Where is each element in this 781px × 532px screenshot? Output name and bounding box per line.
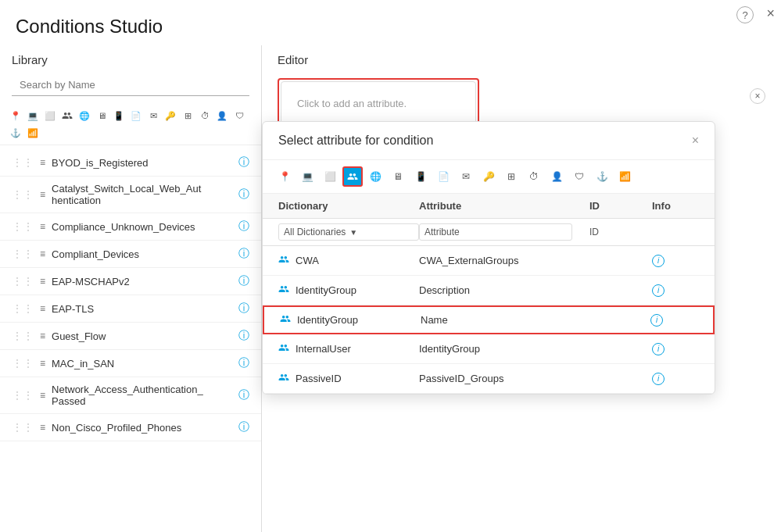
row-attribute: Name [421, 314, 588, 326]
square-filter-btn[interactable]: ⬜ [42, 108, 58, 123]
window-close-btn[interactable]: × [766, 6, 775, 20]
row-info-icon[interactable]: i [652, 255, 665, 267]
modal-desktop-btn[interactable]: 🖥 [388, 166, 408, 187]
item-type-icon: ≡ [40, 330, 45, 341]
dict-group-icon [278, 372, 289, 385]
item-type-icon: ≡ [40, 390, 45, 401]
list-item[interactable]: ⋮⋮ ≡ Compliance_Unknown_Devices ⓘ [0, 213, 261, 241]
info-icon[interactable]: ⓘ [238, 302, 249, 316]
info-icon[interactable]: ⓘ [238, 155, 249, 170]
modal-globe-btn[interactable]: 🌐 [365, 166, 385, 187]
tablet-filter-btn[interactable]: 📱 [111, 108, 127, 123]
modal-key-btn[interactable]: 🔑 [478, 166, 499, 187]
add-attribute-area[interactable]: Click to add an attribute. [281, 81, 476, 126]
row-attribute: CWA_ExternalGroups [419, 255, 589, 266]
grid-filter-btn[interactable]: ⊞ [180, 108, 195, 123]
item-label: Compliance_Unknown_Devices [52, 221, 232, 233]
search-input[interactable] [12, 74, 249, 96]
globe-filter-btn[interactable]: 🌐 [77, 108, 92, 123]
key-filter-btn[interactable]: 🔑 [163, 108, 178, 123]
doc-filter-btn[interactable]: 📄 [128, 108, 144, 123]
pin-filter-btn[interactable]: 📍 [8, 108, 23, 123]
row-info-icon[interactable]: i [652, 284, 665, 297]
info-icon[interactable]: ⓘ [238, 388, 249, 402]
desktop-filter-btn[interactable]: 🖥 [94, 108, 109, 123]
list-item[interactable]: ⋮⋮ ≡ EAP-MSCHAPv2 ⓘ [0, 268, 261, 295]
row-dict-name: CWA [296, 255, 319, 266]
modal-anchor-btn[interactable]: ⚓ [592, 166, 612, 187]
filter-all-dict-label: All Dictionaries [284, 227, 346, 237]
info-icon[interactable]: ⓘ [238, 247, 249, 261]
modal-shield-btn[interactable]: 🛡 [569, 166, 589, 187]
table-row-selected[interactable]: IdentityGroup Name i [263, 305, 715, 334]
modal-pin-btn[interactable]: 📍 [274, 166, 295, 187]
modal-icon-toolbar: 📍 💻 ⬜ 🌐 🖥 📱 📄 ✉ 🔑 ⊞ ⏱ 👤 🛡 ⚓ 📶 [263, 160, 715, 194]
row-info-icon[interactable]: i [652, 373, 665, 385]
drag-handle: ⋮⋮ [12, 330, 34, 342]
table-row[interactable]: IdentityGroup Description i [263, 276, 715, 305]
info-icon[interactable]: ⓘ [238, 187, 249, 202]
editor-close-btn[interactable]: × [750, 88, 765, 104]
user-filter-btn[interactable]: 👤 [214, 108, 230, 123]
info-icon[interactable]: ⓘ [238, 329, 249, 343]
dict-group-icon [280, 313, 291, 327]
drag-handle: ⋮⋮ [12, 275, 34, 287]
modal-header: Select attribute for condition × [263, 122, 715, 160]
shield-filter-btn[interactable]: 🛡 [231, 108, 247, 123]
drag-handle: ⋮⋮ [12, 389, 34, 402]
table-row[interactable]: InternalUser IdentityGroup i [263, 334, 715, 364]
table-header: Dictionary Attribute ID Info [263, 194, 715, 219]
select-attribute-modal: Select attribute for condition × 📍 💻 ⬜ 🌐… [262, 121, 715, 395]
item-label: Guest_Flow [52, 330, 232, 342]
info-icon[interactable]: ⓘ [238, 220, 249, 234]
list-item[interactable]: ⋮⋮ ≡ BYOD_is_Registered ⓘ [0, 149, 261, 177]
list-item[interactable]: ⋮⋮ ≡ MAC_in_SAN ⓘ [0, 350, 261, 377]
list-item[interactable]: ⋮⋮ ≡ Network_Access_Authentication_Passe… [0, 377, 261, 414]
modal-clock-btn[interactable]: ⏱ [524, 166, 544, 187]
table-row[interactable]: CWA CWA_ExternalGroups i [263, 246, 715, 276]
list-item[interactable]: ⋮⋮ ≡ Non_Cisco_Profiled_Phones ⓘ [0, 414, 261, 441]
info-icon[interactable]: ⓘ [238, 274, 249, 288]
drag-handle: ⋮⋮ [12, 220, 34, 233]
modal-laptop-btn[interactable]: 💻 [297, 166, 317, 187]
item-type-icon: ≡ [40, 276, 45, 287]
group-filter-btn[interactable] [59, 108, 75, 123]
close-icon: × [754, 91, 760, 102]
dict-group-icon [278, 254, 289, 267]
wifi-filter-btn[interactable]: 📶 [25, 125, 41, 141]
attribute-table: Dictionary Attribute ID Info All Diction… [263, 194, 715, 394]
item-label: Non_Cisco_Profiled_Phones [52, 422, 232, 434]
modal-close-btn[interactable]: × [692, 134, 699, 148]
library-icon-toolbar: 📍 💻 ⬜ 🌐 🖥 📱 📄 ✉ 🔑 ⊞ ⏱ 👤 🛡 ⚓ 📶 [0, 104, 261, 145]
info-icon[interactable]: ⓘ [238, 420, 249, 434]
modal-user-btn[interactable]: 👤 [546, 166, 567, 187]
list-item[interactable]: ⋮⋮ ≡ Catalyst_Switch_Local_Web_Authentic… [0, 177, 261, 213]
info-icon[interactable]: ⓘ [238, 356, 249, 370]
item-label: Compliant_Devices [52, 248, 232, 260]
modal-group-btn[interactable] [342, 166, 363, 187]
item-type-icon: ≡ [40, 422, 45, 433]
dictionary-filter[interactable]: All Dictionaries ▼ [278, 223, 419, 241]
clock-filter-btn[interactable]: ⏱ [197, 108, 213, 123]
modal-tablet-btn[interactable]: 📱 [410, 166, 431, 187]
row-info-icon[interactable]: i [650, 314, 663, 327]
modal-doc-btn[interactable]: 📄 [433, 166, 453, 187]
drag-handle: ⋮⋮ [12, 188, 34, 201]
col-attribute: Attribute [419, 200, 589, 212]
modal-square-btn[interactable]: ⬜ [320, 166, 340, 187]
row-info-icon[interactable]: i [652, 343, 665, 355]
help-btn[interactable]: ? [736, 6, 754, 23]
table-filter-row: All Dictionaries ▼ ID [263, 219, 715, 246]
list-item[interactable]: ⋮⋮ ≡ Compliant_Devices ⓘ [0, 241, 261, 268]
attribute-filter-input[interactable] [419, 223, 572, 241]
email-filter-btn[interactable]: ✉ [145, 108, 161, 123]
laptop-filter-btn[interactable]: 💻 [25, 108, 41, 123]
modal-grid-btn[interactable]: ⊞ [501, 166, 521, 187]
list-item[interactable]: ⋮⋮ ≡ EAP-TLS ⓘ [0, 295, 261, 323]
table-row[interactable]: PassiveID PassiveID_Groups i [263, 364, 715, 394]
anchor-filter-btn[interactable]: ⚓ [8, 125, 23, 141]
list-item[interactable]: ⋮⋮ ≡ Guest_Flow ⓘ [0, 323, 261, 350]
modal-email-btn[interactable]: ✉ [456, 166, 476, 187]
modal-wifi-btn[interactable]: 📶 [614, 166, 635, 187]
col-id: ID [589, 200, 652, 212]
